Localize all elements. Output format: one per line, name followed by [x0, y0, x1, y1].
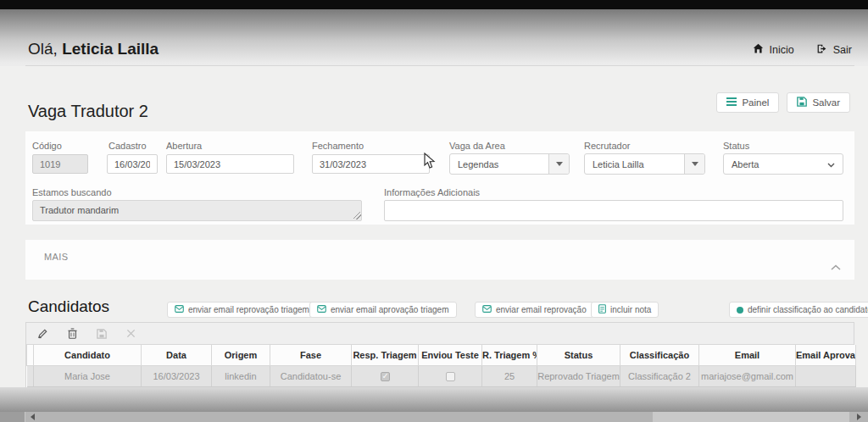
enviar-email-aprovacao-triagem-button[interactable]: enviar email aprovação triagem — [309, 302, 457, 318]
col-email-aprovacao[interactable]: Email Aprovação — [796, 345, 856, 365]
classification-dot-icon — [737, 307, 743, 314]
mais-label: MAIS — [44, 252, 69, 262]
action-label: incluir nota — [610, 305, 651, 314]
cell-status[interactable]: Reprovado Triagem — [537, 365, 620, 386]
panel-list-icon — [726, 97, 737, 108]
vaga-da-area-dropdown-button[interactable] — [548, 154, 569, 174]
mail-icon — [482, 305, 492, 314]
header-divider — [25, 65, 854, 66]
cadastro-label: Cadastro — [108, 141, 147, 151]
col-r-triagem[interactable]: R. Triagem % — [482, 345, 537, 365]
codigo-label: Código — [32, 141, 62, 151]
fechamento-input[interactable] — [312, 154, 430, 174]
salvar-label: Salvar — [812, 97, 840, 108]
cell-candidato[interactable]: Maria Jose — [34, 365, 142, 386]
nav-sair-label: Sair — [833, 44, 852, 56]
cell-fase[interactable]: Candidatou-se — [270, 365, 352, 386]
col-candidato[interactable]: Candidato — [34, 345, 142, 365]
mais-section[interactable]: MAIS — [25, 240, 854, 280]
chevron-down-icon — [827, 159, 835, 169]
col-origem[interactable]: Origem — [212, 345, 270, 365]
status-value: Aberta — [732, 159, 759, 169]
mail-icon — [317, 305, 326, 314]
top-black-bar — [0, 0, 868, 9]
nav-sair[interactable]: Sair — [816, 43, 852, 57]
chevron-down-icon — [556, 162, 563, 166]
table-row[interactable]: Maria Jose 16/03/2023 linkedin Candidato… — [27, 365, 856, 386]
cell-origem[interactable]: linkedin — [212, 365, 270, 386]
estamos-buscando-label: Estamos buscando — [32, 187, 112, 197]
page-title: Vaga Tradutor 2 — [28, 102, 148, 121]
salvar-button[interactable]: Salvar — [787, 92, 850, 113]
cell-enviou-teste — [419, 365, 482, 386]
cell-classificacao[interactable]: Classificação 2 — [620, 365, 699, 386]
edit-pencil-icon[interactable] — [37, 328, 48, 339]
delete-trash-icon[interactable] — [68, 328, 77, 339]
scrollbar-thumb[interactable] — [653, 412, 849, 422]
candidatos-table: Candidato Data Origem Fase Resp. Triagem… — [26, 345, 856, 387]
vaga-da-area-label: Vaga da Area — [449, 141, 505, 151]
cancel-x-icon-disabled[interactable] — [126, 329, 136, 338]
cell-r-triagem[interactable]: 25 — [482, 365, 537, 386]
scrollbar-corner — [0, 412, 25, 422]
greeting: Olá, Leticia Lailla — [28, 40, 159, 58]
recrutador-dropdown-button[interactable] — [684, 154, 704, 174]
cell-email[interactable]: mariajose@gmail.com — [699, 365, 796, 386]
estamos-buscando-textarea[interactable]: Tradutor mandarim — [32, 200, 362, 221]
candidatos-table-card: Candidato Data Origem Fase Resp. Triagem… — [25, 322, 854, 387]
enviar-email-reprovacao-triagem-button[interactable]: enviar email reprovação triagem — [167, 302, 317, 318]
mail-icon — [175, 305, 184, 314]
col-resp-triagem[interactable]: Resp. Triagem — [352, 345, 419, 365]
resp-triagem-checkbox[interactable] — [381, 372, 390, 381]
bottom-fade-band — [0, 387, 868, 412]
vaga-da-area-select[interactable]: Legendas — [449, 153, 570, 175]
scroll-right-arrow-icon[interactable] — [857, 414, 861, 420]
action-label: enviar email reprovação triagem — [188, 305, 309, 314]
col-data[interactable]: Data — [142, 345, 212, 365]
codigo-input — [32, 154, 88, 174]
cell-resp-triagem — [352, 365, 419, 386]
save-icon — [797, 97, 807, 108]
enviar-email-reprovacao-button[interactable]: enviar email reprovação — [475, 302, 594, 318]
col-selector — [27, 345, 34, 365]
recrutador-value: Leticia Lailla — [585, 159, 684, 169]
chevron-up-icon[interactable] — [831, 258, 841, 274]
definir-classificacao-button[interactable]: definir classificação ao candidato — [729, 302, 868, 318]
scroll-left-arrow-icon[interactable] — [31, 414, 35, 420]
action-label: enviar email aprovação triagem — [331, 305, 449, 314]
horizontal-scrollbar[interactable] — [0, 412, 868, 422]
chevron-down-icon — [692, 162, 698, 166]
painel-button[interactable]: Painel — [716, 92, 779, 113]
nav-inicio-label: Inicio — [770, 44, 794, 56]
recrutador-select[interactable]: Leticia Lailla — [584, 153, 705, 175]
enviou-teste-checkbox[interactable] — [446, 372, 455, 381]
app-header: Olá, Leticia Lailla Inicio Sair — [0, 9, 868, 66]
cadastro-input[interactable] — [107, 154, 158, 174]
status-label: Status — [723, 141, 749, 151]
page-toolbar: Painel Salvar — [716, 92, 850, 113]
recrutador-label: Recrutador — [584, 141, 630, 151]
status-select[interactable]: Aberta — [723, 153, 843, 175]
vaga-form-card: Código Cadastro Abertura Fechamento Vaga… — [25, 131, 854, 225]
nav-inicio[interactable]: Inicio — [753, 43, 794, 57]
col-status[interactable]: Status — [537, 345, 620, 365]
informacoes-adicionais-label: Informações Adicionais — [384, 187, 480, 197]
action-label: definir classificação ao candidato — [748, 305, 868, 314]
cell-data[interactable]: 16/03/2023 — [142, 365, 212, 386]
save-row-icon-disabled[interactable] — [97, 329, 107, 339]
cell-email-aprovacao[interactable] — [796, 365, 856, 386]
logout-icon — [816, 43, 827, 57]
cell-selector — [27, 365, 34, 386]
greeting-prefix: Olá, — [28, 40, 62, 58]
informacoes-adicionais-input[interactable] — [384, 200, 843, 221]
col-fase[interactable]: Fase — [270, 345, 352, 365]
abertura-input[interactable] — [166, 154, 294, 174]
col-enviou-teste[interactable]: Enviou Teste — [419, 345, 482, 365]
user-name: Leticia Lailla — [62, 40, 159, 58]
incluir-nota-button[interactable]: incluir nota — [591, 302, 659, 318]
col-classificacao[interactable]: Classificação — [620, 345, 699, 365]
fechamento-label: Fechamento — [312, 141, 364, 151]
table-header-row: Candidato Data Origem Fase Resp. Triagem… — [27, 345, 856, 365]
col-email[interactable]: Email — [699, 345, 796, 365]
resize-handle[interactable] — [353, 212, 361, 219]
